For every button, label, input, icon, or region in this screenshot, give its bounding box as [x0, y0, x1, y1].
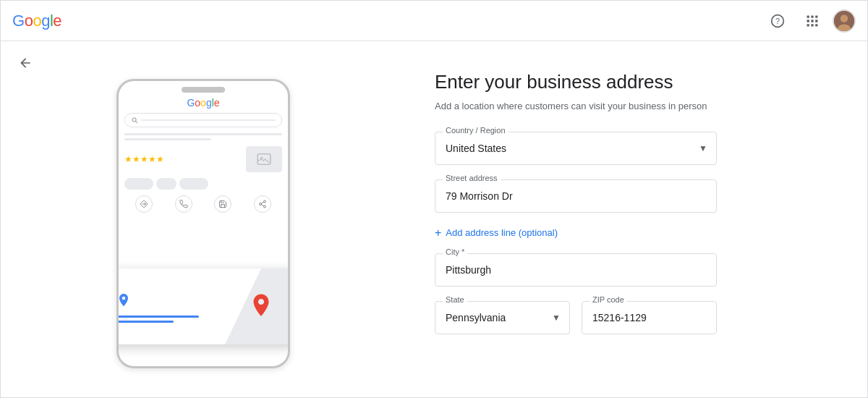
back-arrow-icon	[18, 56, 33, 70]
phone-save-icon	[214, 195, 231, 213]
map-card-lines	[118, 316, 219, 323]
phone-chip-3	[179, 178, 208, 190]
phone-search-placeholder	[141, 119, 276, 121]
phone-search-icon	[131, 117, 138, 124]
zip-input[interactable]	[582, 302, 716, 334]
add-address-link[interactable]: + Add address line (optional)	[435, 227, 717, 239]
svg-line-20	[261, 202, 263, 203]
svg-rect-5	[807, 20, 809, 22]
svg-rect-7	[815, 20, 817, 22]
left-panel: Google ★★★★★	[1, 41, 406, 398]
city-label: City *	[443, 248, 467, 256]
main-content: Google ★★★★★	[1, 41, 867, 398]
map-line-2	[118, 321, 174, 323]
phone-stars: ★★★★★	[124, 154, 164, 164]
phone-line-1	[124, 133, 282, 135]
city-field-group: City *	[435, 253, 717, 287]
svg-rect-8	[807, 24, 809, 26]
street-field-wrapper: Street address	[435, 179, 717, 213]
street-input[interactable]	[435, 180, 716, 212]
zip-field-group: ZIP code	[582, 301, 717, 334]
state-select[interactable]: Pennsylvania Alabama Alaska Arizona Cali…	[435, 302, 569, 334]
phone-image-icon	[257, 153, 271, 165]
phone-search-bar	[124, 113, 282, 127]
zip-label: ZIP code	[590, 296, 627, 304]
phone-share-icon	[254, 195, 271, 213]
svg-rect-9	[811, 24, 813, 26]
zip-field-wrapper: ZIP code	[582, 301, 717, 334]
map-card-right	[225, 268, 290, 344]
phone-call-icon	[175, 195, 192, 213]
svg-point-16	[263, 200, 265, 203]
phone-chip-2	[156, 178, 176, 190]
apps-icon	[805, 14, 820, 28]
help-button[interactable]: ?	[763, 7, 792, 35]
svg-rect-2	[807, 15, 809, 17]
svg-rect-10	[815, 24, 817, 26]
state-zip-row: State Pennsylvania Alabama Alaska Arizon…	[435, 301, 717, 334]
map-line-1	[118, 316, 199, 318]
country-field-group: Country / Region United States Canada Un…	[435, 132, 717, 165]
phone-image-placeholder	[246, 146, 282, 172]
svg-line-19	[261, 205, 263, 206]
nav-right-actions: ?	[763, 7, 856, 35]
svg-rect-6	[811, 20, 813, 22]
phone-notch	[182, 87, 225, 93]
state-field-group: State Pennsylvania Alabama Alaska Arizon…	[435, 301, 570, 334]
phone-stars-row: ★★★★★	[124, 146, 282, 172]
street-label: Street address	[443, 174, 501, 182]
form-subtitle: Add a location where customers can visit…	[435, 101, 824, 111]
google-logo: Google	[12, 12, 61, 30]
state-label: State	[443, 296, 467, 304]
svg-point-17	[259, 203, 261, 206]
apps-button[interactable]	[798, 7, 827, 35]
avatar-image	[834, 9, 854, 33]
phone-action-icons	[124, 195, 282, 213]
svg-rect-14	[258, 154, 271, 164]
add-address-label: Add address line (optional)	[446, 227, 558, 238]
city-field-wrapper: City *	[435, 253, 717, 287]
plus-icon: +	[435, 227, 441, 239]
city-input[interactable]	[435, 254, 716, 286]
help-icon: ?	[770, 14, 785, 28]
map-card	[116, 268, 290, 344]
phone-inner: Google ★★★★★	[119, 97, 288, 213]
phone-mockup: Google ★★★★★	[116, 79, 290, 368]
phone-directions-icon	[135, 195, 153, 213]
avatar[interactable]	[833, 9, 856, 33]
phone-line-2	[124, 138, 211, 140]
svg-point-12	[841, 14, 848, 22]
country-select[interactable]: United States Canada United Kingdom Aust…	[435, 132, 716, 164]
state-field-wrapper: State Pennsylvania Alabama Alaska Arizon…	[435, 301, 570, 334]
phone-chip-1	[124, 178, 153, 190]
map-red-pin	[251, 294, 271, 320]
country-label: Country / Region	[443, 127, 509, 135]
map-blue-pin	[118, 294, 219, 311]
right-panel: Enter your business address Add a locati…	[406, 41, 867, 398]
phone-chips	[124, 178, 282, 190]
svg-point-18	[263, 206, 265, 208]
phone-google-logo: Google	[124, 97, 282, 109]
country-field-wrapper: Country / Region United States Canada Un…	[435, 132, 717, 165]
page-title: Enter your business address	[435, 70, 824, 95]
svg-text:?: ?	[775, 17, 780, 25]
top-navigation: Google ?	[1, 1, 867, 41]
street-field-group: Street address	[435, 179, 717, 213]
svg-rect-4	[815, 15, 817, 17]
svg-rect-3	[811, 15, 813, 17]
phone-result-lines	[124, 133, 282, 140]
map-card-left	[116, 268, 225, 344]
back-button[interactable]	[15, 53, 35, 77]
